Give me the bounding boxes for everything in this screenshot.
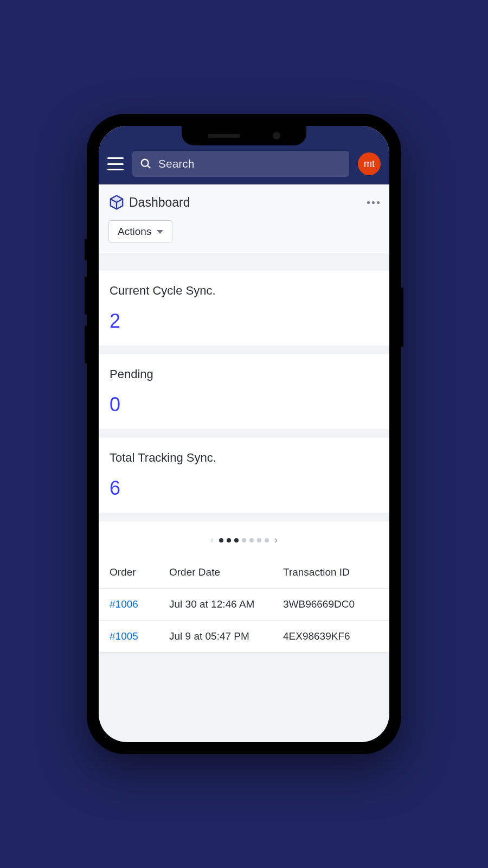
orders-table: Order Order Date Transaction ID #1006 Ju… [99, 557, 389, 653]
stat-card-pending: Pending 0 [99, 354, 389, 429]
avatar[interactable]: mt [358, 152, 381, 175]
page-title: Dashboard [129, 195, 190, 210]
actions-label: Actions [118, 226, 151, 238]
stat-value: 2 [110, 310, 378, 333]
pager: ‹ › [99, 521, 389, 557]
pager-dot[interactable] [257, 538, 261, 542]
search-field[interactable] [132, 151, 349, 177]
svg-point-0 [142, 159, 149, 167]
pager-dot[interactable] [227, 538, 231, 542]
stat-value: 6 [110, 477, 378, 500]
search-icon [140, 158, 152, 170]
pager-dots [219, 538, 269, 542]
title-row: Dashboard [99, 184, 389, 215]
chevron-down-icon [157, 230, 163, 234]
more-icon[interactable] [367, 201, 380, 204]
search-input[interactable] [158, 157, 342, 170]
pager-next-icon[interactable]: › [274, 534, 278, 546]
col-order: Order [110, 566, 169, 578]
table-row: #1006 Jul 30 at 12:46 AM 3WB96669DC0 [99, 589, 389, 621]
stat-card-current-cycle: Current Cycle Sync. 2 [99, 271, 389, 346]
pager-dot[interactable] [249, 538, 254, 542]
table-row: #1005 Jul 9 at 05:47 PM 4EX98639KF6 [99, 621, 389, 653]
stat-label: Current Cycle Sync. [110, 284, 378, 298]
actions-row: Actions [99, 215, 389, 253]
pager-prev-icon[interactable]: ‹ [210, 534, 214, 546]
stat-card-total-tracking: Total Tracking Sync. 6 [99, 438, 389, 513]
actions-dropdown[interactable]: Actions [108, 220, 172, 243]
order-link[interactable]: #1005 [110, 630, 169, 642]
table-header: Order Order Date Transaction ID [99, 557, 389, 589]
pager-dot[interactable] [234, 538, 239, 542]
order-link[interactable]: #1006 [110, 598, 169, 610]
package-icon [108, 194, 125, 210]
stat-label: Total Tracking Sync. [110, 451, 378, 465]
stat-label: Pending [110, 367, 378, 381]
pager-dot[interactable] [265, 538, 269, 542]
col-date: Order Date [169, 566, 283, 578]
pager-dot[interactable] [219, 538, 223, 542]
pager-dot[interactable] [242, 538, 246, 542]
order-date: Jul 9 at 05:47 PM [169, 630, 283, 642]
stat-value: 0 [110, 393, 378, 416]
txn-id: 4EX98639KF6 [283, 630, 378, 642]
order-date: Jul 30 at 12:46 AM [169, 598, 283, 610]
menu-icon[interactable] [107, 157, 124, 170]
svg-line-1 [147, 165, 151, 169]
txn-id: 3WB96669DC0 [283, 598, 378, 610]
col-txn: Transaction ID [283, 566, 378, 578]
